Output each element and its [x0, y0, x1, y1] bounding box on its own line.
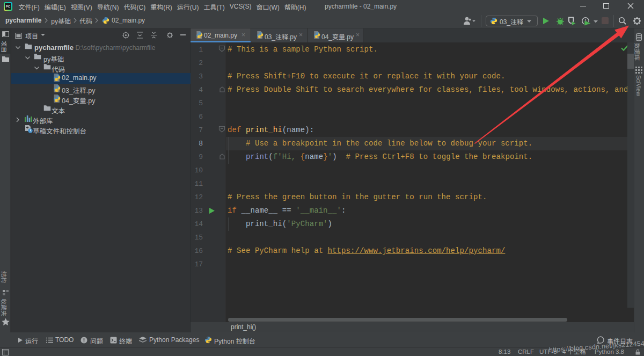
svg-text:PC: PC [6, 5, 11, 8]
